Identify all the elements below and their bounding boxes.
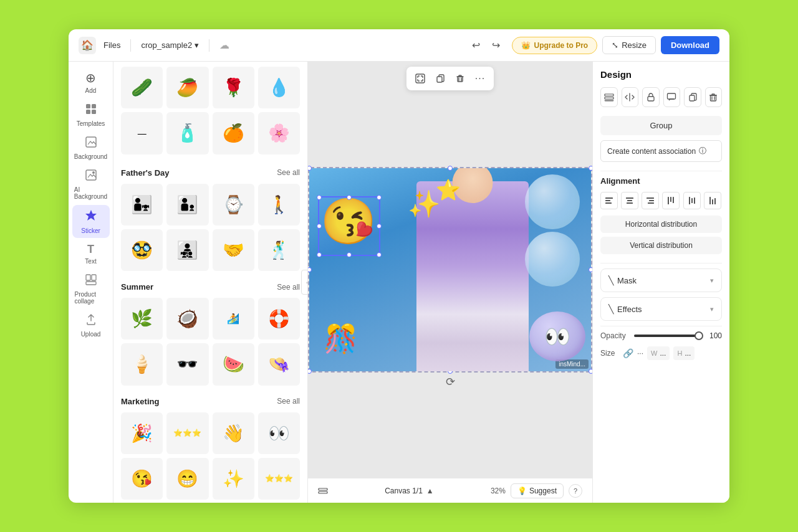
sidebar-item-add[interactable]: ⊕ Add [72,67,110,98]
files-nav[interactable]: Files [103,40,120,50]
help-button[interactable]: ? [569,484,582,498]
fathers-sticker-6[interactable]: 🤝 [213,229,254,271]
horizontal-dist-button[interactable]: Horizontal distribution [600,216,722,233]
summer-sticker-5[interactable]: 🕶️ [166,343,208,385]
mask-header[interactable]: ╲ Mask ▾ [601,269,721,292]
opacity-slider[interactable] [634,335,702,337]
effects-header[interactable]: ╲ Effects ▾ [601,298,721,320]
align-center-button[interactable] [621,192,638,209]
design-lock-icon[interactable] [642,87,660,107]
fathers-sticker-0[interactable]: 👨‍👧 [121,184,163,226]
sidebar-item-sticker[interactable]: Sticker [72,205,110,238]
top-sticker-2[interactable]: 🌹 [213,67,254,108]
summer-sticker-6[interactable]: 🍉 [213,343,254,385]
canvas-handle-mr[interactable] [589,267,592,272]
rotate-handle[interactable]: ⟳ [446,375,455,389]
resize-handle-mr[interactable] [377,224,382,229]
resize-handle-tr[interactable] [377,195,382,200]
marketing-sticker-4[interactable]: 😘 [121,458,163,500]
canvas-handle-bl[interactable] [308,369,312,374]
resize-handle-br[interactable] [377,252,382,257]
align-middle-button[interactable] [683,192,701,209]
summer-sticker-2[interactable]: 🏄 [213,298,254,340]
resize-handle-tl[interactable] [317,195,322,200]
download-button[interactable]: Download [661,36,719,54]
canvas-delete-button[interactable] [451,70,469,87]
fathers-day-see-all[interactable]: See all [277,168,300,177]
align-left-button[interactable] [600,192,618,209]
top-sticker-6[interactable]: 🍊 [213,112,254,154]
sidebar-item-background[interactable]: Background [72,132,110,164]
sidebar-item-text[interactable]: T Text [72,239,110,268]
marketing-sticker-1[interactable]: ⭐⭐⭐ [166,412,208,454]
upgrade-button[interactable]: 👑 Upgrade to Pro [512,37,597,54]
top-sticker-0[interactable]: 🥒 [121,67,163,108]
home-button[interactable]: 🏠 [79,37,96,54]
marketing-sticker-6[interactable]: ✨ [213,458,254,500]
resize-button[interactable]: ⤡ Resize [602,36,656,54]
fathers-sticker-4[interactable]: 🥸 [121,229,163,271]
canvas-copy-button[interactable] [431,70,449,87]
marketing-sticker-2[interactable]: 👋 [213,412,254,454]
panel-collapse-button[interactable]: ‹ [301,270,308,295]
canvas-expand-button[interactable] [411,70,429,87]
top-sticker-1[interactable]: 🥭 [166,67,208,108]
fathers-sticker-7[interactable]: 🕺 [258,229,300,271]
canvas-handle-tm[interactable] [448,166,453,171]
size-h-field[interactable]: H ... [673,346,695,360]
summer-see-all[interactable]: See all [277,283,300,292]
resize-handle-tm[interactable] [347,195,352,200]
sidebar-item-product-collage[interactable]: Product collage [72,270,110,308]
redo-button[interactable]: ↪ [487,37,504,54]
top-sticker-3[interactable]: 💧 [258,67,300,108]
resize-handle-ml[interactable] [317,224,322,229]
sidebar-item-ai-background[interactable]: AI Background [72,165,110,204]
canvas-layers-button[interactable] [318,486,328,496]
align-top-button[interactable] [662,192,680,209]
summer-sticker-4[interactable]: 🍦 [121,343,163,385]
marketing-sticker-5[interactable]: 😁 [166,458,208,500]
suggest-button[interactable]: 💡 Suggest [511,483,564,498]
size-link-icon[interactable]: 🔗 [623,348,633,358]
sidebar-item-templates[interactable]: Templates [72,99,110,131]
undo-button[interactable]: ↩ [467,37,484,54]
canvas-page-chevron[interactable]: ▲ [426,487,434,495]
resize-handle-bl[interactable] [317,252,322,257]
sidebar-item-upload[interactable]: Upload [72,310,110,341]
canvas-handle-tr[interactable] [589,166,592,171]
marketing-sticker-0[interactable]: 🎉 [121,412,163,454]
vertical-dist-button[interactable]: Vertical distribution [600,237,722,254]
group-button[interactable]: Group [600,116,722,135]
summer-sticker-1[interactable]: 🥥 [166,298,208,340]
summer-sticker-7[interactable]: 👒 [258,343,300,385]
top-sticker-4[interactable]: — [121,112,163,154]
design-layers-icon[interactable] [600,87,618,107]
design-comment-icon[interactable] [663,87,681,107]
design-flip-icon[interactable] [622,87,639,107]
align-bottom-button[interactable] [704,192,721,209]
fathers-sticker-1[interactable]: 👨‍👦 [166,184,208,226]
marketing-see-all[interactable]: See all [277,397,300,406]
marketing-sticker-3[interactable]: 👀 [258,412,300,454]
top-sticker-7[interactable]: 🌸 [258,112,300,154]
filename-display[interactable]: crop_sample2 ▾ [141,40,199,50]
size-w-field[interactable]: W ... [647,346,670,360]
resize-handle-bm[interactable] [347,252,352,257]
summer-sticker-0[interactable]: 🌿 [121,298,163,340]
fathers-sticker-5[interactable]: 👨‍👧‍👦 [166,229,208,271]
content-association-button[interactable]: Create content association ⓘ [600,140,722,162]
fathers-sticker-3[interactable]: 🚶 [258,184,300,226]
top-sticker-5[interactable]: 🧴 [166,112,208,154]
opacity-slider-thumb[interactable] [695,331,703,340]
design-duplicate-icon[interactable] [684,87,701,107]
align-right-button[interactable] [642,192,659,209]
design-delete-icon[interactable] [705,87,723,107]
canvas-image-wrapper[interactable]: 👀 ✨ ⭐ [308,167,592,373]
canvas-handle-br[interactable] [589,369,592,374]
canvas-content[interactable]: 👀 ✨ ⭐ [308,62,592,478]
canvas-more-button[interactable]: ··· [471,70,489,87]
summer-sticker-3[interactable]: 🛟 [258,298,300,340]
fathers-sticker-2[interactable]: ⌚ [213,184,254,226]
marketing-sticker-7[interactable]: ⭐⭐⭐ [258,458,300,500]
size-more-icon[interactable]: ··· [637,349,643,358]
